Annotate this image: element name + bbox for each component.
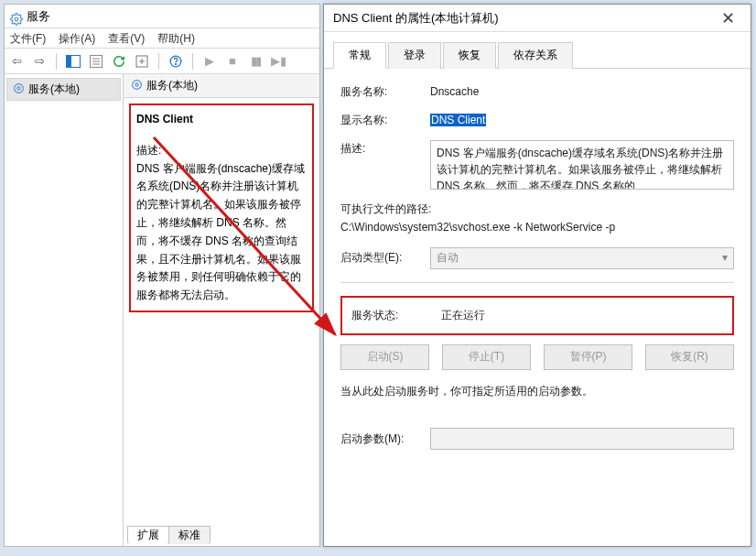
control-buttons: 启动(S) 停止(T) 暂停(P) 恢复(R): [340, 344, 734, 370]
toolbar-separator: [56, 53, 57, 70]
export-icon[interactable]: [134, 53, 150, 70]
svg-rect-2: [67, 56, 71, 67]
display-name-value: DNS Client: [430, 112, 734, 129]
service-name-heading: DNS Client: [136, 111, 307, 129]
menu-file[interactable]: 文件(F): [10, 28, 46, 48]
path-label: 可执行文件的路径:: [340, 201, 734, 218]
show-hide-icon[interactable]: [65, 53, 81, 70]
divider: [340, 282, 734, 283]
restart-icon[interactable]: ▶▮: [270, 53, 286, 70]
startup-type-value: 自动: [437, 249, 459, 267]
service-status-value: 正在运行: [441, 307, 485, 324]
close-icon[interactable]: ✕: [714, 8, 741, 28]
properties-icon[interactable]: [88, 53, 104, 70]
service-status-box: 服务状态: 正在运行: [340, 296, 734, 335]
gear-icon: [13, 82, 25, 97]
back-icon[interactable]: ⇦: [8, 53, 25, 70]
menu-view[interactable]: 查看(V): [108, 28, 145, 48]
tab-recovery[interactable]: 恢复: [443, 42, 496, 69]
resume-button[interactable]: 恢复(R): [645, 344, 734, 370]
stop-button[interactable]: 停止(T): [442, 344, 531, 370]
svg-point-11: [15, 83, 24, 93]
toolbar-separator: [158, 53, 159, 70]
pane-header: 服务(本地): [124, 74, 319, 98]
services-window: 服务 文件(F) 操作(A) 查看(V) 帮助(H) ⇦ ⇨ ▶ ■ ▮▮ ▶▮: [4, 4, 320, 547]
service-detail-box: DNS Client 描述: DNS 客户端服务(dnscache)缓存域名系统…: [129, 104, 314, 312]
tree-panel: 服务(本地): [5, 74, 124, 546]
dialog-content: 服务名称: Dnscache 显示名称: DNS Client 描述: DNS …: [324, 69, 751, 472]
description-label: 描述:: [136, 144, 161, 157]
svg-point-10: [17, 86, 20, 89]
refresh-icon[interactable]: [111, 53, 127, 70]
services-window-title: 服务: [27, 5, 50, 28]
description-text: DNS 客户端服务(dnscache)缓存域名系统(DNS)名称并注册该计算机的…: [136, 162, 305, 302]
services-window-titlebar: 服务: [5, 5, 319, 28]
startup-params-input[interactable]: [430, 428, 734, 450]
menu-action[interactable]: 操作(A): [59, 28, 95, 48]
startup-params-hint: 当从此处启动服务时，你可指定所适用的启动参数。: [340, 383, 734, 400]
tab-logon[interactable]: 登录: [388, 42, 441, 69]
pause-icon[interactable]: ▮▮: [247, 53, 264, 70]
chevron-down-icon: ▾: [722, 249, 728, 267]
menu-help[interactable]: 帮助(H): [157, 28, 195, 48]
dialog-tabs: 常规 登录 恢复 依存关系: [324, 32, 751, 69]
gear-icon: [10, 10, 23, 23]
tab-general[interactable]: 常规: [333, 42, 386, 69]
play-icon[interactable]: ▶: [201, 53, 218, 70]
bottom-tabs: 扩展 标准: [127, 526, 210, 544]
help-icon[interactable]: [167, 53, 184, 70]
tree-root-label: 服务(本地): [28, 82, 80, 97]
tree-root-services-local[interactable]: 服务(本地): [6, 78, 121, 101]
dialog-titlebar: DNS Client 的属性(本地计算机) ✕: [324, 5, 751, 32]
svg-point-9: [176, 63, 177, 64]
svg-point-0: [15, 17, 18, 21]
properties-dialog: DNS Client 的属性(本地计算机) ✕ 常规 登录 恢复 依存关系 服务…: [323, 4, 751, 547]
gear-icon: [131, 79, 143, 93]
display-name-selected[interactable]: DNS Client: [430, 114, 486, 126]
stop-icon[interactable]: ■: [224, 53, 241, 70]
dialog-title: DNS Client 的属性(本地计算机): [333, 10, 499, 27]
service-name-value: Dnscache: [430, 83, 734, 101]
description-textarea[interactable]: DNS 客户端服务(dnscache)缓存域名系统(DNS)名称并注册该计算机的…: [430, 140, 734, 190]
start-button[interactable]: 启动(S): [340, 344, 429, 370]
tab-standard[interactable]: 标准: [168, 526, 211, 544]
service-name-label: 服务名称:: [340, 83, 430, 101]
svg-point-12: [135, 82, 138, 85]
tab-extended[interactable]: 扩展: [127, 526, 169, 544]
toolbar-separator: [192, 53, 193, 70]
toolbar: ⇦ ⇨ ▶ ■ ▮▮ ▶▮: [5, 49, 319, 74]
startup-params-label: 启动参数(M):: [340, 431, 430, 448]
pane-header-label: 服务(本地): [146, 78, 198, 93]
detail-pane: 服务(本地) DNS Client 描述: DNS 客户端服务(dnscache…: [124, 74, 319, 546]
pause-button[interactable]: 暂停(P): [544, 344, 632, 370]
menubar: 文件(F) 操作(A) 查看(V) 帮助(H): [5, 28, 319, 49]
forward-icon[interactable]: ⇨: [31, 53, 48, 70]
svg-point-13: [133, 80, 142, 89]
startup-type-select[interactable]: 自动 ▾: [430, 247, 734, 269]
service-status-label: 服务状态:: [351, 307, 441, 324]
description-label: 描述:: [340, 140, 430, 158]
display-name-label: 显示名称:: [340, 112, 430, 129]
tab-dependencies[interactable]: 依存关系: [498, 42, 573, 69]
startup-type-label: 启动类型(E):: [340, 249, 430, 267]
path-value: C:\Windows\system32\svchost.exe -k Netwo…: [340, 219, 734, 236]
